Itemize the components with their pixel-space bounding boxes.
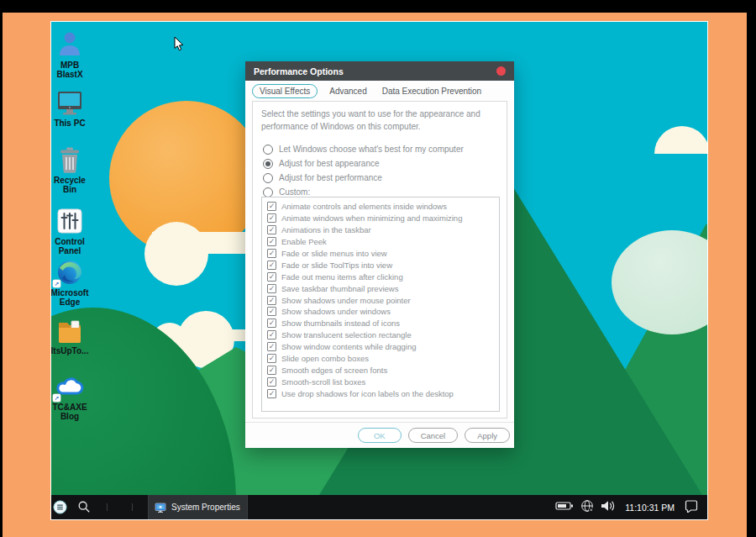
desktop-icon-tcaxe-blog[interactable]: ↗ TC&AXE Blog (51, 372, 90, 421)
checkbox-label: Fade out menu items after clicking (281, 272, 403, 282)
taskbar: System Properties 11:10:31 PM (51, 495, 707, 519)
checkbox-label: Save taskbar thumbnail previews (281, 284, 398, 293)
tab[interactable]: Advanced (326, 85, 370, 97)
checkbox-option[interactable]: Fade out menu items after clicking (262, 271, 499, 282)
settings-panel: Select the settings you want to use for … (252, 101, 507, 419)
system-monitor-icon (155, 502, 166, 513)
radio-icon (263, 173, 273, 183)
dialog-button[interactable]: Cancel (408, 428, 459, 443)
dialog-footer: OK Cancel Apply (245, 422, 514, 448)
dialog-titlebar[interactable]: Performance Options (245, 61, 514, 81)
checkbox-label: Slide open combo boxes (281, 354, 369, 363)
wallpaper-cloud-semicircle (654, 126, 707, 154)
visual-effects-listbox[interactable]: Animate controls and elements inside win… (261, 197, 500, 412)
desktop-icon-control-panel[interactable]: Control Panel (51, 207, 90, 255)
desktop-icon-recycle-bin[interactable]: Recycle Bin (51, 145, 90, 194)
radio-label: Custom: (279, 187, 310, 197)
radio-label: Adjust for best performance (279, 173, 382, 182)
radio-option[interactable]: Adjust for best appearance (253, 156, 507, 171)
tab[interactable]: Data Execution Prevention (379, 85, 485, 97)
checkbox-icon (267, 366, 276, 375)
checkbox-option[interactable]: Fade or slide ToolTips into view (262, 259, 499, 271)
checkbox-option[interactable]: Save taskbar thumbnail previews (262, 282, 499, 294)
checkbox-option[interactable]: Fade or slide menus into view (262, 248, 499, 260)
wallpaper-mist-cloud (612, 230, 707, 334)
dialog-button[interactable]: OK (358, 428, 402, 443)
icon-label: Microsoft Edge (51, 288, 90, 307)
dialog-tabs: Visual Effects Advanced Data Execution P… (245, 81, 514, 99)
radio-label: Adjust for best appearance (279, 159, 380, 168)
checkbox-option[interactable]: Enable Peek (262, 236, 499, 248)
radio-group: Let Windows choose what's best for my co… (253, 142, 507, 199)
checkbox-option[interactable]: Show shadows under windows (262, 306, 499, 318)
checkbox-icon (267, 225, 276, 234)
checkbox-icon (267, 272, 276, 282)
checkbox-label: Show shadows under mouse pointer (281, 296, 411, 305)
checkbox-option[interactable]: Animate windows when minimizing and maxi… (262, 213, 499, 224)
close-icon[interactable] (496, 66, 506, 76)
desktop-icon-itsupto-folder[interactable]: ItsUpTo... (51, 316, 90, 355)
start-button[interactable] (53, 500, 67, 514)
task-label: System Properties (171, 503, 240, 512)
shortcut-arrow-icon: ↗ (53, 280, 60, 287)
volume-icon[interactable] (601, 500, 616, 515)
checkbox-label: Animate windows when minimizing and maxi… (281, 213, 462, 223)
network-globe-icon[interactable] (580, 499, 594, 516)
action-center-icon[interactable] (684, 499, 699, 516)
desktop-icon-microsoft-edge[interactable]: ↗ Microsoft Edge (51, 258, 90, 307)
checkbox-option[interactable]: Show translucent selection rectangle (262, 329, 499, 341)
radio-icon (263, 145, 273, 155)
checkbox-icon (267, 249, 276, 258)
checkbox-option[interactable]: Show window contents while dragging (262, 341, 499, 353)
checkbox-icon (267, 330, 276, 340)
edge-icon: ↗ (55, 258, 84, 287)
checkbox-option[interactable]: Smooth edges of screen fonts (262, 364, 499, 376)
checkbox-option[interactable]: Animate controls and elements inside win… (262, 201, 499, 213)
system-tray: 11:10:31 PM (555, 495, 699, 519)
radio-icon (263, 187, 273, 197)
checkbox-label: Show window contents while dragging (281, 342, 417, 351)
dialog-button[interactable]: Apply (465, 428, 510, 443)
checkbox-icon (267, 389, 276, 398)
desktop-icon-this-pc[interactable]: This PC (51, 88, 90, 128)
search-icon[interactable] (77, 500, 91, 513)
icon-label: This PC (51, 118, 90, 128)
checkbox-option[interactable]: Smooth-scroll list boxes (262, 376, 499, 387)
checkbox-option[interactable]: Use drop shadows for icon labels on the … (262, 387, 499, 399)
folder-icon (55, 316, 84, 345)
radio-label: Let Windows choose what's best for my co… (279, 145, 464, 154)
settings-description: Select the settings you want to use for … (261, 108, 495, 133)
checkbox-icon (267, 377, 276, 387)
checkbox-icon (267, 237, 276, 246)
battery-icon[interactable] (555, 500, 574, 515)
checkbox-option[interactable]: Animations in the taskbar (262, 224, 499, 236)
radio-option[interactable]: Let Windows choose what's best for my co… (253, 142, 507, 156)
checkbox-label: Use drop shadows for icon labels on the … (281, 389, 454, 398)
checkbox-option[interactable]: Show shadows under mouse pointer (262, 294, 499, 306)
person-icon (55, 30, 84, 59)
desktop-icon-mpb-blastx[interactable]: MPB BlastX (51, 30, 90, 79)
taskbar-task-system-properties[interactable]: System Properties (148, 495, 248, 519)
computer-icon (55, 88, 84, 117)
desktop-wallpaper: MPB BlastX This PC Recycle Bin Control P… (51, 22, 707, 495)
taskbar-separator (132, 503, 133, 511)
icon-label: Control Panel (51, 237, 90, 255)
icon-label: ItsUpTo... (51, 346, 90, 355)
taskbar-clock[interactable]: 11:10:31 PM (625, 503, 675, 513)
checkbox-icon (267, 284, 276, 293)
checkbox-option[interactable]: Slide open combo boxes (262, 353, 499, 365)
checkbox-label: Animations in the taskbar (281, 225, 371, 234)
checkbox-icon (267, 296, 276, 305)
dialog-title: Performance Options (254, 66, 344, 76)
trash-icon (55, 145, 84, 174)
taskbar-separator (107, 503, 108, 511)
icon-label: TC&AXE Blog (51, 403, 90, 421)
checkbox-icon (267, 342, 276, 351)
checkbox-icon (267, 319, 276, 328)
radio-option[interactable]: Adjust for best performance (253, 171, 507, 185)
mouse-cursor (174, 36, 186, 53)
checkbox-option[interactable]: Show thumbnails instead of icons (262, 318, 499, 329)
checkbox-icon (267, 307, 276, 316)
tab[interactable]: Visual Effects (252, 84, 318, 98)
icon-label: MPB BlastX (51, 61, 90, 79)
